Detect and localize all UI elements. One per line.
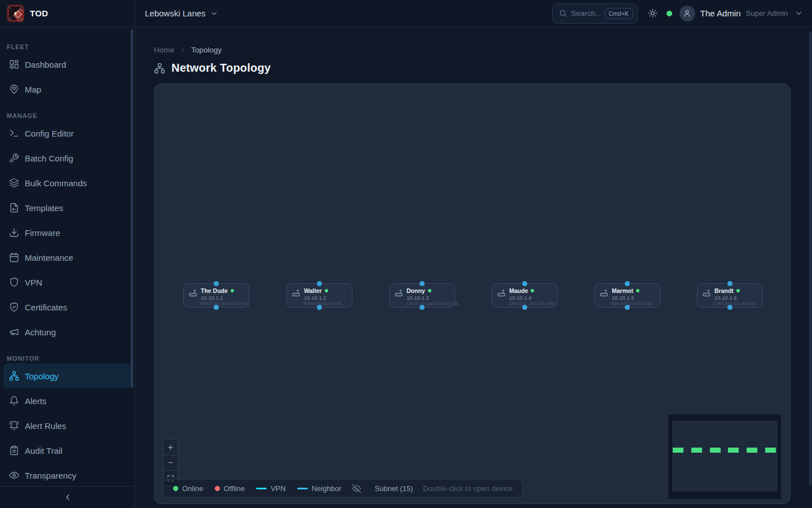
sidebar-collapse-button[interactable] <box>0 486 135 508</box>
global-search[interactable]: Cmd+K <box>552 3 638 24</box>
node-model: C52iG-5HaxD2HaxD-US <box>406 301 451 306</box>
sidebar-item-transparency[interactable]: Transparency <box>0 463 135 488</box>
legend-neighbor: Neighbor <box>297 484 342 493</box>
sidebar-scrollbar[interactable] <box>131 29 133 388</box>
brand-name: TOD <box>30 8 48 18</box>
sidebar-item-alerts[interactable]: Alerts <box>0 388 135 413</box>
network-icon <box>9 371 19 381</box>
node-ip: 10.10.1.2 <box>304 295 342 301</box>
user-icon <box>683 9 691 17</box>
router-icon <box>497 288 506 304</box>
sidebar-item-config-editor[interactable]: Config Editor <box>0 121 135 146</box>
node-name: The Dude <box>201 287 228 295</box>
sidebar-item-templates[interactable]: Templates <box>0 195 135 220</box>
minimap-node <box>747 448 757 453</box>
user-menu-chevron-icon[interactable] <box>795 9 803 17</box>
page-scrollbar[interactable] <box>809 32 811 486</box>
node-handle-top[interactable] <box>625 281 630 286</box>
node-model: RB5009UG+S+IN <box>303 301 342 306</box>
sidebar-item-label: Alerts <box>25 396 46 406</box>
minimap-node <box>710 448 721 453</box>
sidebar-item-batch-config[interactable]: Batch Config <box>0 146 135 170</box>
vpn-line-swatch <box>256 488 267 489</box>
sidebar-item-vpn[interactable]: VPN <box>0 270 135 295</box>
shield-check-icon <box>9 302 19 312</box>
node-handle-bottom[interactable] <box>420 305 425 310</box>
node-handle-bottom[interactable] <box>625 305 630 310</box>
bell-icon <box>9 396 19 406</box>
offline-dot <box>215 486 220 491</box>
node-handle-top[interactable] <box>420 281 425 286</box>
sidebar-item-label: Topology <box>25 371 59 381</box>
topology-canvas[interactable]: The Dude 10.10.1.1 RBD53iG-5HacD2HnD Wal… <box>154 84 791 504</box>
router-icon <box>188 288 197 304</box>
node-handle-top[interactable] <box>727 281 732 286</box>
sidebar-item-map[interactable]: Map <box>0 77 135 102</box>
node-ip: 10.10.1.3 <box>407 295 451 301</box>
sidebar-item-maintenance[interactable]: Maintenance <box>0 245 135 270</box>
user-name: The Admin <box>700 8 741 18</box>
zoom-out-button[interactable]: − <box>164 455 178 470</box>
org-switcher[interactable]: Lebowski Lanes <box>145 8 218 18</box>
subnet-count: Subnet (15) <box>374 484 413 493</box>
online-status-dot <box>736 289 740 292</box>
online-status-dot <box>325 289 328 292</box>
device-node-marmot[interactable]: Marmot 10.10.1.5 RBcAPGi-5acD2nD <box>594 283 660 308</box>
download-icon <box>9 227 19 238</box>
device-node-walter[interactable]: Walter 10.10.1.2 RB5009UG+S+IN <box>286 283 352 308</box>
sidebar-item-bulk-commands[interactable]: Bulk Commands <box>0 170 135 195</box>
wrench-icon <box>9 153 19 163</box>
online-status-dot <box>428 289 431 292</box>
router-icon <box>599 288 608 304</box>
eye-off-icon <box>352 484 361 493</box>
breadcrumb: Home Topology <box>154 46 791 54</box>
node-name: Marmot <box>612 287 633 295</box>
device-node-brandt[interactable]: Brandt 10.10.1.6 CRS309-1G-8S+IN <box>697 283 763 308</box>
user-role-badge: Super Admin <box>746 9 788 17</box>
theme-toggle-button[interactable] <box>648 8 657 18</box>
node-handle-bottom[interactable] <box>727 305 732 310</box>
section-label: MANAGE <box>0 111 135 121</box>
sidebar-item-topology[interactable]: Topology <box>3 364 131 388</box>
node-handle-top[interactable] <box>214 281 219 286</box>
search-input[interactable] <box>571 9 601 17</box>
device-node-the-dude[interactable]: The Dude 10.10.1.1 RBD53iG-5HacD2HnD <box>183 283 249 308</box>
sidebar-header: TOD <box>0 0 135 27</box>
device-node-maude[interactable]: Maude 10.10.1.4 CRS326-24G-2S+RM <box>492 283 558 308</box>
chevron-right-icon <box>179 47 186 54</box>
node-handle-top[interactable] <box>317 281 322 286</box>
sidebar-item-label: Firmware <box>25 228 60 238</box>
sidebar-item-label: Achtung <box>25 327 56 337</box>
sidebar-item-alert-rules[interactable]: Alert Rules <box>0 413 135 438</box>
minimap-node <box>673 448 683 453</box>
nav-section-fleet: FLEET Dashboard Map <box>0 42 135 102</box>
node-handle-bottom[interactable] <box>214 305 219 310</box>
node-ip: 10.10.1.4 <box>509 295 553 301</box>
node-handle-top[interactable] <box>522 281 527 286</box>
section-label: MONITOR <box>0 353 135 364</box>
calendar-icon <box>9 252 19 262</box>
node-name: Walter <box>304 287 322 295</box>
sidebar-item-certificates[interactable]: Certificates <box>0 295 135 319</box>
sidebar-item-firmware[interactable]: Firmware <box>0 220 135 245</box>
map-pin-icon <box>9 84 19 94</box>
sidebar-item-label: Audit Trail <box>25 446 63 456</box>
nav-section-monitor: MONITOR Topology Alerts Alert Rules Audi… <box>0 353 135 488</box>
search-shortcut-badge: Cmd+K <box>604 8 633 19</box>
zoom-in-button[interactable]: + <box>164 440 178 455</box>
toggle-labels-button[interactable] <box>352 484 361 493</box>
node-handle-bottom[interactable] <box>522 305 527 310</box>
node-name: Donny <box>407 287 425 295</box>
dashboard-icon <box>9 59 19 69</box>
node-handle-bottom[interactable] <box>317 305 322 310</box>
connection-status-dot <box>667 11 672 16</box>
sidebar-item-dashboard[interactable]: Dashboard <box>0 52 135 77</box>
terminal-icon <box>9 128 19 138</box>
breadcrumb-home[interactable]: Home <box>154 46 174 54</box>
device-node-donny[interactable]: Donny 10.10.1.3 C52iG-5HaxD2HaxD-US <box>389 283 455 308</box>
minimap[interactable] <box>668 414 781 499</box>
avatar[interactable] <box>679 6 695 21</box>
sidebar-item-label: Transparency <box>25 471 76 480</box>
sidebar-item-achtung[interactable]: Achtung <box>0 319 135 344</box>
sidebar-item-audit-trail[interactable]: Audit Trail <box>0 438 135 463</box>
